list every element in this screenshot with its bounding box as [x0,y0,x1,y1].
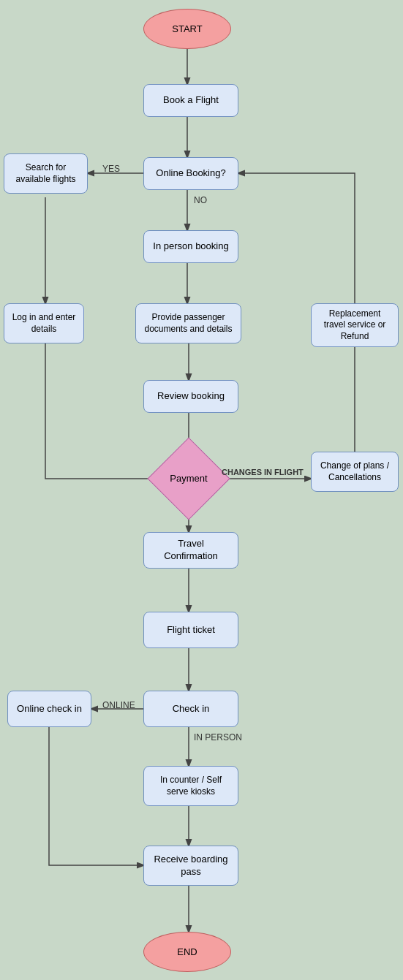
replacement-node: Replacement travel service or Refund [311,303,399,347]
no-label: NO [194,195,207,205]
review-label: Review booking [157,390,225,403]
boarding-label: Receive boarding pass [151,854,230,878]
check-in-node: Check in [143,691,238,727]
flight-ticket-label: Flight ticket [167,624,215,637]
search-flights-label: Search for available flights [12,162,80,185]
payment-node: Payment [159,449,218,508]
boarding-node: Receive boarding pass [143,846,238,886]
online-checkin-node: Online check in [7,691,91,727]
in-person-label: In person booking [153,240,228,253]
end-node: END [143,932,231,972]
review-node: Review booking [143,380,238,413]
search-flights-node: Search for available flights [4,153,88,194]
online-checkin-label: Online check in [17,703,82,715]
in-person-arrow-label: IN PERSON [194,732,242,742]
provide-docs-label: Provide passenger documents and details [143,312,233,335]
login-label: Log in and enter details [12,312,76,335]
start-node: START [143,9,231,49]
cancellations-node: Change of plans / Cancellations [311,452,399,492]
login-node: Log in and enter details [4,303,84,343]
online-booking-label: Online Booking? [156,167,225,180]
travel-confirm-node: Travel Confirmation [143,532,238,569]
in-person-node: In person booking [143,230,238,263]
flowchart: START Book a Flight Online Booking? YES … [0,0,403,980]
travel-confirm-label: Travel Confirmation [151,538,230,563]
book-flight-label: Book a Flight [163,94,219,107]
in-counter-node: In counter / Self serve kiosks [143,766,238,806]
check-in-label: Check in [173,703,210,715]
online-label: ONLINE [102,700,135,710]
book-flight-node: Book a Flight [143,84,238,117]
changes-label: CHANGES IN FLIGHT [222,468,304,476]
flight-ticket-node: Flight ticket [143,612,238,648]
yes-label: YES [102,164,120,174]
cancellations-label: Change of plans / Cancellations [319,460,391,483]
in-counter-label: In counter / Self serve kiosks [151,775,230,797]
replacement-label: Replacement travel service or Refund [319,308,391,343]
end-label: END [177,946,197,957]
online-booking-node: Online Booking? [143,157,238,190]
provide-docs-node: Provide passenger documents and details [135,303,241,343]
start-label: START [172,23,202,34]
